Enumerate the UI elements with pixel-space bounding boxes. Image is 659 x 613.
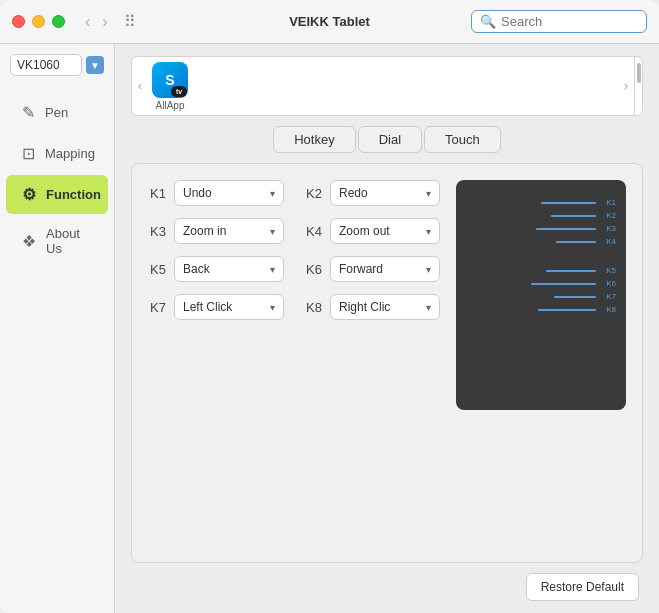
key-row-k1: K1 Undo ▾ (148, 180, 284, 206)
k1-label: K1 (148, 186, 166, 201)
device-arrow-icon[interactable]: ▼ (86, 56, 104, 74)
forward-nav-button[interactable]: › (98, 12, 111, 32)
strip-scrollbar-thumb (637, 63, 641, 83)
key-row-k2: K2 Redo ▾ (304, 180, 440, 206)
allapp-item[interactable]: S tv AllApp (152, 62, 188, 111)
search-box[interactable]: 🔍 (471, 10, 647, 33)
tv-key-line-k7 (554, 296, 596, 298)
tv-key-line-k5 (546, 270, 596, 272)
maximize-button[interactable] (52, 15, 65, 28)
k5-dropdown-arrow: ▾ (270, 264, 275, 275)
k1-dropdown-arrow: ▾ (270, 188, 275, 199)
k3-value: Zoom in (183, 224, 226, 238)
restore-row: Restore Default (131, 573, 643, 601)
tab-dial[interactable]: Dial (358, 126, 422, 153)
k5-label: K5 (148, 262, 166, 277)
key-row-k8: K8 Right Clic ▾ (304, 294, 440, 320)
k4-dropdown[interactable]: Zoom out ▾ (330, 218, 440, 244)
function-icon: ⚙ (22, 185, 36, 204)
tv-key-label-k6: K6 (600, 279, 616, 288)
k6-dropdown-arrow: ▾ (426, 264, 431, 275)
tv-key-line-k1 (541, 202, 596, 204)
strip-nav-right-button[interactable]: › (618, 57, 634, 115)
tv-key-row-k5: K5 (466, 266, 616, 275)
content: ‹ S tv AllApp › Hotkey Dial Touch (115, 44, 659, 613)
tv-key-row-k3: K3 (466, 224, 616, 233)
sidebar-item-label-function: Function (46, 187, 101, 202)
sidebar-item-about[interactable]: ❖ About Us (6, 216, 108, 266)
k3-label: K3 (148, 224, 166, 239)
strip-scrollbar (634, 57, 642, 115)
k7-dropdown-arrow: ▾ (270, 302, 275, 313)
tv-gap (466, 250, 616, 262)
mapping-icon: ⊡ (22, 144, 35, 163)
key-row-k5: K5 Back ▾ (148, 256, 284, 282)
k8-value: Right Clic (339, 300, 390, 314)
main-layout: VK1060 ▼ ✎ Pen ⊡ Mapping ⚙ Function ❖ Ab… (0, 44, 659, 613)
device-dropdown[interactable]: VK1060 (10, 54, 82, 76)
tv-key-row-k2: K2 (466, 211, 616, 220)
k3-dropdown[interactable]: Zoom in ▾ (174, 218, 284, 244)
sidebar-item-mapping[interactable]: ⊡ Mapping (6, 134, 108, 173)
titlebar: ‹ › ⠿ VEIKK Tablet 🔍 (0, 0, 659, 44)
close-button[interactable] (12, 15, 25, 28)
key-row-k6: K6 Forward ▾ (304, 256, 440, 282)
tab-bar: Hotkey Dial Touch (131, 126, 643, 153)
tv-key-row-k8: K8 (466, 305, 616, 314)
k1-value: Undo (183, 186, 212, 200)
tv-key-line-k8 (538, 309, 596, 311)
k6-label: K6 (304, 262, 322, 277)
k8-dropdown[interactable]: Right Clic ▾ (330, 294, 440, 320)
k2-dropdown[interactable]: Redo ▾ (330, 180, 440, 206)
tv-key-row-k7: K7 (466, 292, 616, 301)
tv-key-label-k8: K8 (600, 305, 616, 314)
minimize-button[interactable] (32, 15, 45, 28)
k7-value: Left Click (183, 300, 232, 314)
tv-key-label-k7: K7 (600, 292, 616, 301)
back-nav-button[interactable]: ‹ (81, 12, 94, 32)
grid-icon: ⠿ (124, 12, 136, 31)
search-input[interactable] (501, 14, 638, 29)
k7-dropdown[interactable]: Left Click ▾ (174, 294, 284, 320)
sidebar-item-pen[interactable]: ✎ Pen (6, 93, 108, 132)
key-row-k4: K4 Zoom out ▾ (304, 218, 440, 244)
about-icon: ❖ (22, 232, 36, 251)
strip-inner: S tv AllApp (148, 58, 618, 115)
pen-icon: ✎ (22, 103, 35, 122)
search-icon: 🔍 (480, 14, 496, 29)
key-row-k3: K3 Zoom in ▾ (148, 218, 284, 244)
tv-key-label-k5: K5 (600, 266, 616, 275)
tv-key-row-k1: K1 (466, 198, 616, 207)
tv-key-line-k6 (531, 283, 596, 285)
k2-label: K2 (304, 186, 322, 201)
allapp-icon-container: S tv (152, 62, 188, 98)
panel: K1 Undo ▾ K2 Redo ▾ K3 (131, 163, 643, 563)
tv-key-row-k4: K4 (466, 237, 616, 246)
allapp-label: AllApp (156, 100, 185, 111)
key-row-k7: K7 Left Click ▾ (148, 294, 284, 320)
tv-key-label-k3: K3 (600, 224, 616, 233)
k6-value: Forward (339, 262, 383, 276)
tv-key-label-k2: K2 (600, 211, 616, 220)
tab-hotkey[interactable]: Hotkey (273, 126, 355, 153)
k7-label: K7 (148, 300, 166, 315)
k2-dropdown-arrow: ▾ (426, 188, 431, 199)
tv-key-line-k3 (536, 228, 596, 230)
k6-dropdown[interactable]: Forward ▾ (330, 256, 440, 282)
keys-grid: K1 Undo ▾ K2 Redo ▾ K3 (148, 180, 440, 546)
k1-dropdown[interactable]: Undo ▾ (174, 180, 284, 206)
tab-touch[interactable]: Touch (424, 126, 501, 153)
tv-key-label-k4: K4 (600, 237, 616, 246)
k3-dropdown-arrow: ▾ (270, 226, 275, 237)
nav-buttons: ‹ › (81, 12, 112, 32)
sidebar-item-function[interactable]: ⚙ Function (6, 175, 108, 214)
device-selector: VK1060 ▼ (10, 54, 104, 76)
sidebar: VK1060 ▼ ✎ Pen ⊡ Mapping ⚙ Function ❖ Ab… (0, 44, 115, 613)
k4-value: Zoom out (339, 224, 390, 238)
restore-default-button[interactable]: Restore Default (526, 573, 639, 601)
strip-nav-left-button[interactable]: ‹ (132, 57, 148, 115)
k5-dropdown[interactable]: Back ▾ (174, 256, 284, 282)
k2-value: Redo (339, 186, 368, 200)
k4-label: K4 (304, 224, 322, 239)
tv-key-label-k1: K1 (600, 198, 616, 207)
